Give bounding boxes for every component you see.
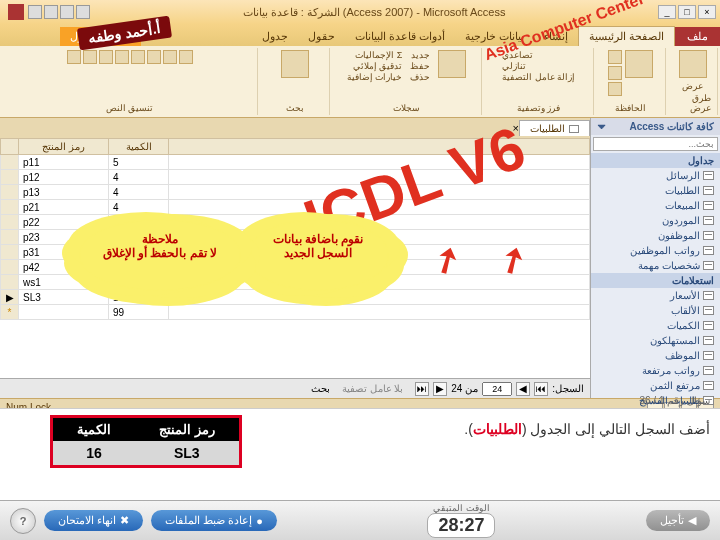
view-icon[interactable] [679,50,707,78]
paste-icon[interactable] [625,50,653,78]
group-sort: فرز وتصفية [517,103,561,113]
navigation-pane: كافة كائنات Access⏷ جداول الرسائلالطلبيا… [590,118,720,398]
close-button[interactable]: × [698,5,716,19]
nav-section-queries[interactable]: استعلامات [591,273,720,288]
nav-header[interactable]: كافة كائنات Access⏷ [591,118,720,135]
col-header-qty[interactable]: الكمية [109,139,169,155]
nav-query-item[interactable]: الكميات [591,318,720,333]
postpone-button[interactable]: ◀ تأجيل [646,510,710,531]
nav-table-item[interactable]: شخصيات مهمة [591,258,720,273]
ribbon: عرضطرق عرض الحافظة تصاعديتنازليإزالة عام… [0,46,720,118]
table-icon [703,201,714,210]
maximize-button[interactable]: □ [678,5,696,19]
title-bar: الشركة : قاعدة بيانات (Access 2007) - Mi… [0,0,720,24]
table-row[interactable]: p124 [1,170,590,185]
tab-external[interactable]: بيانات خارجية [455,27,534,46]
query-icon [703,306,714,315]
object-tab-bar: الطلبيات × [0,118,590,138]
reset-files-button[interactable]: ● إعادة ضبط الملفات [151,510,277,531]
datasheet-tab[interactable]: الطلبيات [519,120,590,136]
question-table: رمز المنتجالكمية SL316 [50,415,242,468]
nav-query-item[interactable]: الأسعار [591,288,720,303]
col-header-code[interactable]: رمز المنتج [19,139,109,155]
nav-prev-button[interactable]: ◀ [516,382,530,396]
query-icon [703,291,714,300]
file-tab[interactable]: ملف [675,27,720,46]
table-icon [703,231,714,240]
window-title: الشركة : قاعدة بيانات (Access 2007) - Mi… [90,6,658,19]
find-icon[interactable] [281,50,309,78]
annotation-cloud-add: نقوم باضافة بيانات السجل الجديد [248,220,388,290]
tab-dbtools[interactable]: أدوات قاعدة البيانات [345,27,455,46]
query-icon [703,366,714,375]
nav-position-input[interactable] [482,382,512,396]
table-row[interactable]: ▶SL316 [1,290,590,305]
nav-first-button[interactable]: ⏮ [534,382,548,396]
nav-table-item[interactable]: الموظفون [591,228,720,243]
group-textfmt: تنسيق النص [106,103,154,113]
table-row[interactable]: p115 [1,155,590,170]
window-controls[interactable]: _□× [658,5,716,19]
quick-access-toolbar[interactable] [28,5,90,19]
copy-icon[interactable] [608,66,622,80]
format-painter-icon[interactable] [608,82,622,96]
nav-next-button[interactable]: ▶ [433,382,447,396]
query-icon [703,381,714,390]
tab-home[interactable]: الصفحة الرئيسية [578,26,675,46]
app-icon [8,4,24,20]
nav-query-item[interactable]: رواتب مرتفعة [591,363,720,378]
nav-table-item[interactable]: الموردون [591,213,720,228]
nav-last-button[interactable]: ⏭ [415,382,429,396]
chevron-down-icon[interactable]: ⏷ [597,121,607,132]
query-icon [703,351,714,360]
nav-table-item[interactable]: المبيعات [591,198,720,213]
table-icon [703,246,714,255]
minimize-button[interactable]: _ [658,5,676,19]
table-icon [703,261,714,270]
nav-section-tables[interactable]: جداول [591,153,720,168]
annotation-cloud-note: ملاحظةلا تقم بالحفظ أو الإغلاق [80,220,240,290]
cut-icon[interactable] [608,50,622,64]
nav-table-item[interactable]: رواتب الموظفين [591,243,720,258]
group-records: سجلات [393,103,420,113]
tab-fields[interactable]: حقول [298,27,345,46]
question-panel: سؤال رقم 1 / 36 أضف السجل التالي إلى الج… [0,408,720,500]
question-number: سؤال رقم 1 / 36 [639,395,710,406]
table-icon [703,216,714,225]
query-icon [703,336,714,345]
group-find: بحث [286,103,304,113]
nav-query-item[interactable]: مرتفع الثمن [591,378,720,393]
exam-toolbar: ◀ تأجيل الوقت المتبقي28:27 ● إعادة ضبط ا… [0,500,720,540]
no-filter-label: بلا عامل تصفية [342,383,404,394]
table-icon [703,186,714,195]
tab-table[interactable]: جدول [252,27,298,46]
help-button[interactable]: ? [10,508,36,534]
nav-table-item[interactable]: الطلبيات [591,183,720,198]
table-row[interactable]: p134 [1,185,590,200]
nav-query-item[interactable]: الألقاب [591,303,720,318]
nav-search-input[interactable] [593,137,718,151]
question-text: أضف السجل التالي إلى الجدول (الطلبيات). [464,415,710,437]
close-tab-icon[interactable]: × [513,122,519,134]
tab-create[interactable]: إنشاء [534,27,578,46]
group-views: طرق عرض [674,93,711,113]
refresh-icon[interactable] [438,50,466,78]
end-exam-button[interactable]: ✖ انهاء الامتحان [44,510,143,531]
record-navigator: السجل: ⏮ ◀ من 24 ▶ ⏭ بلا عامل تصفية بحث [0,378,590,398]
new-row[interactable]: *99 [1,305,590,320]
group-clipboard: الحافظة [615,103,646,113]
nav-query-item[interactable]: المستهلكون [591,333,720,348]
table-icon [569,125,579,133]
nav-query-item[interactable]: الموظف [591,348,720,363]
timer: الوقت المتبقي28:27 [427,503,495,538]
query-icon [703,321,714,330]
table-row[interactable]: p214 [1,200,590,215]
nav-table-item[interactable]: الرسائل [591,168,720,183]
table-icon [703,171,714,180]
